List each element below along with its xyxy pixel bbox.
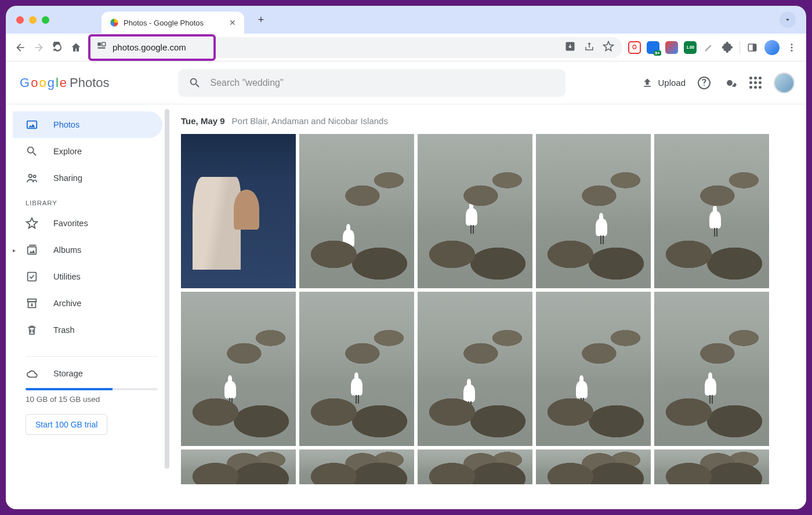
install-app-icon[interactable] bbox=[564, 41, 576, 55]
bookmark-star-icon[interactable] bbox=[603, 41, 614, 55]
photo-thumbnail[interactable] bbox=[299, 292, 414, 446]
photo-thumbnail[interactable] bbox=[536, 292, 651, 446]
location-label: Port Blair, Andaman and Nicobar Islands bbox=[232, 116, 388, 126]
utilities-icon bbox=[26, 270, 38, 283]
extension-green-icon[interactable]: 1.00 bbox=[684, 41, 697, 54]
tab-title: Photos - Google Photos bbox=[124, 19, 224, 27]
photo-thumbnail[interactable] bbox=[181, 449, 296, 484]
side-panel-icon[interactable] bbox=[746, 41, 759, 54]
sidebar-item-sharing[interactable]: Sharing bbox=[13, 165, 162, 191]
extensions-button[interactable] bbox=[721, 41, 734, 54]
date-header: Tue, May 9 Port Blair, Andaman and Nicob… bbox=[181, 116, 806, 126]
sidebar-item-label: Favorites bbox=[53, 219, 88, 228]
sidebar-item-favorites[interactable]: Favorites bbox=[13, 210, 162, 237]
browser-profile-avatar[interactable] bbox=[764, 40, 780, 55]
reload-button[interactable] bbox=[51, 41, 64, 54]
apps-grid-icon bbox=[749, 77, 762, 89]
browser-tab[interactable]: Photos - Google Photos ✕ bbox=[102, 12, 244, 34]
sidebar-item-label: Utilities bbox=[53, 272, 81, 281]
sidebar-item-photos[interactable]: Photos bbox=[13, 111, 162, 138]
home-button[interactable] bbox=[70, 41, 82, 54]
star-icon bbox=[26, 217, 38, 230]
storage-progress bbox=[26, 388, 158, 390]
photo-thumbnail[interactable] bbox=[181, 292, 296, 446]
app-header: Google Photos Upload bbox=[6, 61, 806, 104]
sidebar-item-label: Explore bbox=[53, 147, 82, 156]
sidebar-item-label: Albums bbox=[53, 245, 81, 255]
scrollbar[interactable] bbox=[165, 109, 169, 469]
new-tab-button[interactable]: + bbox=[252, 11, 270, 28]
forward-button[interactable] bbox=[32, 41, 45, 54]
account-avatar[interactable] bbox=[774, 72, 795, 93]
app-container: Google Photos Upload bbox=[6, 61, 806, 509]
extension-multicolor-icon[interactable] bbox=[665, 41, 678, 54]
photo-thumbnail[interactable] bbox=[536, 134, 651, 288]
sharing-icon bbox=[26, 172, 38, 184]
share-icon[interactable] bbox=[584, 41, 594, 54]
photo-thumbnail[interactable] bbox=[654, 134, 769, 288]
search-icon bbox=[188, 77, 201, 89]
photos-icon bbox=[26, 118, 38, 131]
maximize-window-icon[interactable] bbox=[42, 16, 49, 24]
library-header: LIBRARY bbox=[13, 191, 171, 210]
albums-icon bbox=[26, 244, 38, 256]
browser-menu-icon[interactable] bbox=[785, 41, 798, 54]
sidebar-item-explore[interactable]: Explore bbox=[13, 138, 162, 165]
svg-rect-1 bbox=[102, 42, 106, 46]
photo-grid-content: Tue, May 9 Port Blair, Andaman and Nicob… bbox=[171, 104, 806, 509]
back-button[interactable] bbox=[14, 41, 27, 54]
storage-row[interactable]: Storage bbox=[13, 367, 171, 380]
svg-point-7 bbox=[791, 49, 793, 51]
svg-rect-4 bbox=[753, 44, 756, 51]
extension-quill-icon[interactable] bbox=[702, 41, 715, 54]
browser-toolbar: photos.google.com O 9+ 1.00 bbox=[6, 34, 806, 61]
start-trial-button[interactable]: Start 100 GB trial bbox=[26, 414, 107, 435]
upload-button[interactable]: Upload bbox=[641, 77, 686, 89]
window-controls bbox=[16, 16, 49, 24]
photo-thumbnail[interactable] bbox=[299, 134, 414, 288]
archive-icon bbox=[26, 297, 38, 310]
sidebar-item-albums[interactable]: ▸ Albums bbox=[13, 237, 162, 263]
google-apps-button[interactable] bbox=[748, 76, 762, 90]
svg-point-5 bbox=[791, 43, 793, 45]
svg-point-10 bbox=[29, 175, 32, 178]
photo-thumbnail[interactable] bbox=[181, 134, 296, 288]
photo-thumbnail[interactable] bbox=[418, 134, 532, 288]
opera-extension-icon[interactable]: O bbox=[628, 41, 641, 54]
photo-thumbnail[interactable] bbox=[654, 292, 769, 446]
photo-thumbnail[interactable] bbox=[299, 449, 414, 484]
address-bar[interactable]: photos.google.com bbox=[88, 37, 622, 58]
google-photos-logo[interactable]: Google Photos bbox=[20, 75, 110, 90]
browser-tab-bar: Photos - Google Photos ✕ + bbox=[6, 6, 806, 34]
storage-label: Storage bbox=[53, 369, 83, 378]
upload-label: Upload bbox=[658, 78, 686, 88]
trash-icon bbox=[26, 324, 38, 336]
upload-icon bbox=[641, 77, 653, 89]
sidebar: Photos Explore Sharing LIBRARY Favorites… bbox=[6, 104, 171, 509]
photo-thumbnail[interactable] bbox=[418, 449, 532, 484]
photo-thumbnail[interactable] bbox=[418, 292, 532, 446]
sidebar-item-archive[interactable]: Archive bbox=[13, 290, 162, 317]
sidebar-item-trash[interactable]: Trash bbox=[13, 317, 162, 343]
search-icon bbox=[26, 145, 38, 158]
date-label: Tue, May 9 bbox=[181, 116, 225, 126]
photo-thumbnail[interactable] bbox=[654, 449, 769, 484]
svg-point-6 bbox=[791, 46, 793, 48]
close-window-icon[interactable] bbox=[16, 16, 24, 24]
extension-blue-icon[interactable]: 9+ bbox=[647, 41, 659, 54]
svg-rect-2 bbox=[97, 48, 106, 49]
search-bar[interactable] bbox=[178, 69, 566, 97]
site-info-icon[interactable] bbox=[96, 41, 107, 53]
settings-button[interactable] bbox=[723, 76, 737, 90]
tabs-dropdown-button[interactable] bbox=[780, 12, 796, 28]
sidebar-item-label: Archive bbox=[53, 299, 81, 308]
sidebar-item-label: Photos bbox=[53, 120, 79, 129]
url-text: photos.google.com bbox=[113, 42, 186, 52]
close-tab-icon[interactable]: ✕ bbox=[229, 18, 236, 27]
chevron-down-icon bbox=[784, 16, 792, 24]
minimize-window-icon[interactable] bbox=[29, 16, 37, 24]
search-input[interactable] bbox=[211, 78, 555, 88]
sidebar-item-utilities[interactable]: Utilities bbox=[13, 263, 162, 290]
photo-thumbnail[interactable] bbox=[536, 449, 651, 484]
help-button[interactable] bbox=[697, 76, 711, 90]
